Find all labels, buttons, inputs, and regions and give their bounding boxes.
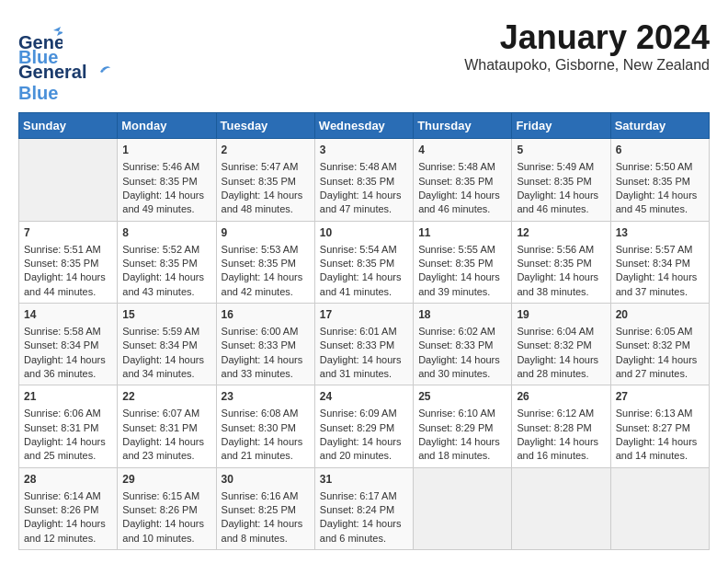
calendar-cell: 15Sunrise: 5:59 AMSunset: 8:34 PMDayligh… bbox=[118, 304, 216, 385]
calendar-cell: 26Sunrise: 6:12 AMSunset: 8:28 PMDayligh… bbox=[512, 385, 610, 467]
day-number: 28 bbox=[24, 472, 112, 488]
day-number: 19 bbox=[517, 307, 605, 323]
calendar-cell bbox=[414, 467, 512, 549]
logo-icon: General Blue bbox=[18, 23, 63, 67]
day-info-line: Sunrise: 5:52 AM bbox=[122, 243, 210, 257]
day-info-line: and 38 minutes. bbox=[517, 285, 605, 299]
day-info-line: Sunset: 8:34 PM bbox=[616, 257, 704, 270]
day-info-line: Sunset: 8:35 PM bbox=[222, 175, 310, 189]
day-info-line: and 16 minutes. bbox=[517, 449, 605, 463]
calendar-cell: 13Sunrise: 5:57 AMSunset: 8:34 PMDayligh… bbox=[610, 221, 709, 303]
day-info-line: Sunrise: 6:07 AM bbox=[122, 407, 210, 420]
calendar-cell: 7Sunrise: 5:51 AMSunset: 8:35 PMDaylight… bbox=[19, 221, 118, 303]
day-info-line: Sunrise: 6:10 AM bbox=[418, 407, 506, 420]
title-section: January 2024 Whataupoko, Gisborne, New Z… bbox=[464, 18, 710, 74]
day-info-line: Sunset: 8:27 PM bbox=[616, 421, 704, 435]
day-info-line: Sunset: 8:35 PM bbox=[418, 257, 506, 270]
calendar-cell: 12Sunrise: 5:56 AMSunset: 8:35 PMDayligh… bbox=[512, 221, 610, 303]
calendar-cell: 9Sunrise: 5:53 AMSunset: 8:35 PMDaylight… bbox=[216, 221, 314, 303]
day-info-line: Daylight: 14 hours bbox=[517, 435, 605, 449]
day-info-line: Daylight: 14 hours bbox=[24, 353, 112, 367]
calendar-cell: 6Sunrise: 5:50 AMSunset: 8:35 PMDaylight… bbox=[610, 139, 709, 221]
day-info-line: Sunset: 8:35 PM bbox=[616, 175, 704, 189]
day-info-line: Sunrise: 6:04 AM bbox=[517, 325, 605, 339]
calendar-cell: 14Sunrise: 5:58 AMSunset: 8:34 PMDayligh… bbox=[19, 304, 118, 385]
day-info-line: Daylight: 14 hours bbox=[222, 189, 310, 202]
day-info-line: Daylight: 14 hours bbox=[222, 353, 310, 367]
day-info-line: Sunset: 8:34 PM bbox=[122, 339, 210, 352]
calendar-cell: 17Sunrise: 6:01 AMSunset: 8:33 PMDayligh… bbox=[314, 304, 413, 385]
day-info-line: Daylight: 14 hours bbox=[418, 353, 506, 367]
calendar-cell: 4Sunrise: 5:48 AMSunset: 8:35 PMDaylight… bbox=[414, 139, 512, 221]
day-info-line: Sunrise: 6:02 AM bbox=[418, 325, 506, 339]
day-info-line: Sunrise: 5:50 AM bbox=[616, 160, 704, 174]
day-info-line: and 46 minutes. bbox=[517, 202, 605, 216]
day-info-line: Sunset: 8:35 PM bbox=[517, 175, 605, 189]
day-info-line: and 39 minutes. bbox=[418, 285, 506, 299]
day-info-line: Daylight: 14 hours bbox=[616, 435, 704, 449]
day-info-line: Daylight: 14 hours bbox=[418, 270, 506, 284]
day-number: 6 bbox=[616, 143, 704, 158]
day-info-line: Daylight: 14 hours bbox=[222, 517, 310, 531]
day-info-line: Sunrise: 6:14 AM bbox=[24, 489, 112, 503]
day-info-line: Sunrise: 6:01 AM bbox=[320, 325, 408, 339]
day-number: 23 bbox=[222, 389, 310, 405]
day-number: 17 bbox=[320, 307, 408, 323]
day-info-line: Daylight: 14 hours bbox=[320, 189, 408, 202]
weekday-header-wednesday: Wednesday bbox=[314, 113, 413, 139]
day-number: 18 bbox=[418, 307, 506, 323]
day-info-line: and 23 minutes. bbox=[122, 449, 210, 463]
calendar-cell: 20Sunrise: 6:05 AMSunset: 8:32 PMDayligh… bbox=[610, 304, 709, 385]
day-info-line: Sunset: 8:32 PM bbox=[517, 339, 605, 352]
day-info-line: Sunrise: 5:47 AM bbox=[222, 160, 310, 174]
day-number: 10 bbox=[320, 225, 408, 241]
day-number: 31 bbox=[320, 472, 408, 488]
calendar-cell: 10Sunrise: 5:54 AMSunset: 8:35 PMDayligh… bbox=[314, 221, 413, 303]
day-info-line: and 34 minutes. bbox=[122, 367, 210, 381]
day-number: 15 bbox=[122, 307, 210, 323]
day-info-line: Daylight: 14 hours bbox=[24, 270, 112, 284]
day-info-line: and 30 minutes. bbox=[418, 367, 506, 381]
day-info-line: Sunrise: 6:17 AM bbox=[320, 489, 408, 503]
svg-text:Blue: Blue bbox=[18, 47, 58, 67]
day-info-line: Daylight: 14 hours bbox=[418, 435, 506, 449]
day-info-line: and 47 minutes. bbox=[320, 202, 408, 216]
day-info-line: Sunrise: 5:48 AM bbox=[418, 160, 506, 174]
day-info-line: and 42 minutes. bbox=[222, 285, 310, 299]
weekday-header-thursday: Thursday bbox=[414, 113, 512, 139]
day-info-line: Daylight: 14 hours bbox=[122, 517, 210, 531]
day-info-line: and 36 minutes. bbox=[24, 367, 112, 381]
day-number: 5 bbox=[517, 143, 605, 158]
calendar-cell: 21Sunrise: 6:06 AMSunset: 8:31 PMDayligh… bbox=[19, 385, 118, 467]
day-number: 16 bbox=[222, 307, 310, 323]
calendar-cell bbox=[19, 139, 118, 221]
calendar-cell: 5Sunrise: 5:49 AMSunset: 8:35 PMDaylight… bbox=[512, 139, 610, 221]
day-info-line: Sunset: 8:26 PM bbox=[122, 503, 210, 517]
day-info-line: Sunset: 8:35 PM bbox=[320, 257, 408, 270]
day-info-line: Sunrise: 5:48 AM bbox=[320, 160, 408, 174]
day-info-line: Daylight: 14 hours bbox=[320, 517, 408, 531]
day-info-line: Sunrise: 5:51 AM bbox=[24, 243, 112, 257]
day-info-line: Sunset: 8:34 PM bbox=[24, 339, 112, 352]
calendar-cell: 28Sunrise: 6:14 AMSunset: 8:26 PMDayligh… bbox=[19, 467, 118, 549]
day-number: 21 bbox=[24, 389, 112, 405]
day-info-line: Daylight: 14 hours bbox=[24, 435, 112, 449]
week-row-3: 14Sunrise: 5:58 AMSunset: 8:34 PMDayligh… bbox=[19, 304, 710, 385]
day-number: 7 bbox=[24, 225, 112, 241]
day-info-line: Daylight: 14 hours bbox=[320, 270, 408, 284]
day-info-line: Sunrise: 5:57 AM bbox=[616, 243, 704, 257]
calendar-cell: 3Sunrise: 5:48 AMSunset: 8:35 PMDaylight… bbox=[314, 139, 413, 221]
calendar-cell bbox=[610, 467, 709, 549]
calendar-cell: 31Sunrise: 6:17 AMSunset: 8:24 PMDayligh… bbox=[314, 467, 413, 549]
calendar-cell: 29Sunrise: 6:15 AMSunset: 8:26 PMDayligh… bbox=[118, 467, 216, 549]
calendar-table: SundayMondayTuesdayWednesdayThursdayFrid… bbox=[18, 112, 710, 550]
day-info-line: Daylight: 14 hours bbox=[122, 189, 210, 202]
day-number: 2 bbox=[222, 143, 310, 158]
week-row-5: 28Sunrise: 6:14 AMSunset: 8:26 PMDayligh… bbox=[19, 467, 710, 549]
logo-blue: Blue bbox=[18, 83, 58, 103]
day-info-line: Sunrise: 6:12 AM bbox=[517, 407, 605, 420]
day-info-line: Sunset: 8:33 PM bbox=[320, 339, 408, 352]
day-info-line: Sunrise: 6:13 AM bbox=[616, 407, 704, 420]
day-number: 3 bbox=[320, 143, 408, 158]
day-number: 22 bbox=[122, 389, 210, 405]
